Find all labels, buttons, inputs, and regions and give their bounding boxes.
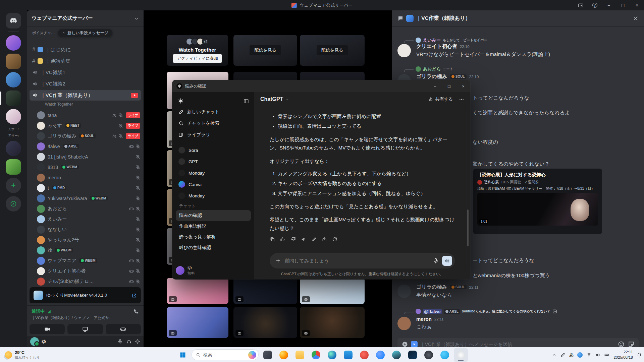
voice-member-row[interactable]: meron <box>27 172 144 183</box>
channel-hajimeni[interactable]: ｜はじめに <box>30 44 141 55</box>
volume-icon[interactable] <box>595 352 601 358</box>
server-icon-3[interactable] <box>6 72 21 87</box>
chatgpt-titlebar[interactable]: 悩みの確認 − □ × <box>172 80 470 92</box>
voice-member-row[interactable]: えいみー <box>27 214 144 224</box>
screenshare-button[interactable] <box>67 324 103 334</box>
firefox-icon[interactable] <box>277 348 291 362</box>
discord-home-button[interactable] <box>6 13 21 28</box>
voice-member-row[interactable]: !falwe ARSL <box>27 141 144 152</box>
edge-icon[interactable] <box>325 348 339 362</box>
chat-history-item[interactable]: 作曲用語解説 <box>176 221 251 232</box>
battery-icon[interactable] <box>604 352 610 358</box>
server-icon-2[interactable] <box>6 54 21 69</box>
mic-icon[interactable] <box>117 339 123 344</box>
add-server-button[interactable] <box>6 178 21 193</box>
voice-member-row[interactable]: tana ライブ <box>27 110 144 120</box>
taskbar-search[interactable]: 検索 <box>192 349 259 360</box>
dictate-mic-icon[interactable] <box>433 258 439 264</box>
sticker-icon[interactable] <box>628 341 635 347</box>
message-author[interactable]: ゴリラの極み <box>416 284 447 290</box>
photoshop-icon[interactable] <box>406 348 420 362</box>
new-chat-button[interactable]: 新しいチャット <box>176 106 251 118</box>
settings-gear-icon[interactable] <box>135 339 140 344</box>
sidebar-app-item[interactable]: Monday <box>176 190 251 201</box>
help-button[interactable]: ? <box>588 0 602 10</box>
voice-mode-button[interactable] <box>442 256 452 266</box>
notification-center-icon[interactable] <box>637 352 642 358</box>
headphones-icon[interactable] <box>126 339 131 344</box>
scrollbar-thumb[interactable] <box>467 209 469 246</box>
user-avatar[interactable] <box>30 337 39 346</box>
join-activity-button[interactable]: アクティビティに参加 <box>173 54 222 63</box>
steam-icon[interactable] <box>389 348 404 362</box>
image-thumbnail[interactable] <box>167 307 228 338</box>
server-header[interactable]: ウェブマニア公式サーバー <box>27 10 144 26</box>
reply-context[interactable]: えいみー もしかして ビートセイバー <box>392 37 639 43</box>
wifi-icon[interactable] <box>586 352 592 358</box>
read-aloud-icon[interactable] <box>301 237 306 242</box>
avatar[interactable] <box>397 285 411 298</box>
model-selector[interactable]: ChatGPT <box>260 96 289 102</box>
voice-member-row[interactable]: やっちゃん2号 <box>27 235 144 245</box>
stream-preview-card[interactable]: 配信を見る <box>300 35 365 66</box>
share-button[interactable]: 共有する <box>428 96 453 102</box>
watch-together-card[interactable]: +2 Watch Together アクティビティに参加 <box>167 35 228 66</box>
voice-member-row[interactable]: みそす NEET ライブ <box>27 120 144 131</box>
close-button[interactable]: × <box>456 80 470 92</box>
server-icon-7[interactable] <box>6 159 21 175</box>
server-icon-6[interactable] <box>6 141 21 156</box>
explore-servers-button[interactable] <box>6 196 21 212</box>
sidebar-app-item[interactable]: GPT <box>176 156 251 167</box>
explorer-folder-icon[interactable] <box>293 348 307 362</box>
more-options-icon[interactable] <box>459 97 464 102</box>
share-response-icon[interactable] <box>322 237 327 242</box>
channel-vc-sagyo-selected[interactable]: ｜VC作業（雑談あり） <box>30 90 141 101</box>
voice-member-row[interactable]: ゴリラの極み SOUL ライブ <box>27 131 144 141</box>
voice-member-row[interactable]: ななしい <box>27 224 144 235</box>
voice-member-row[interactable]: 01 [Ishw] ShabeleA <box>27 152 144 162</box>
server-icon-5[interactable] <box>6 109 21 124</box>
maximize-button[interactable]: □ <box>616 0 630 10</box>
sidebar-app-item[interactable]: Monday <box>176 167 251 179</box>
embed-channel[interactable]: 恐怖心展 <box>484 180 499 185</box>
chrome-icon[interactable] <box>309 348 323 362</box>
server-folder-label[interactable]: 刀サー! <box>3 134 24 138</box>
messenger-icon[interactable] <box>373 348 387 362</box>
voice-member-row[interactable]: Yukiwara/Yukiwara WEBM <box>27 193 144 203</box>
obs-icon[interactable] <box>422 348 436 362</box>
disconnect-call-button[interactable] <box>133 308 139 315</box>
mouse-utility-icon[interactable] <box>577 352 583 358</box>
attach-plus-icon[interactable] <box>275 258 281 264</box>
youtube-embed[interactable]: 【恐怖心展】人形に対する恐怖心 恐怖心展 1015 回視聴・2 週間前 場所：渋… <box>473 169 602 234</box>
image-thumbnail[interactable] <box>233 278 297 304</box>
chat-history-item[interactable]: 悩みの確認 <box>176 210 251 221</box>
avatar[interactable] <box>397 44 411 57</box>
moviemaker-notification[interactable]: ゆっくりMovieMaker v4.43.1.0 <box>30 287 141 303</box>
tray-chevron-up-icon[interactable] <box>552 353 556 357</box>
store-icon[interactable] <box>341 348 355 362</box>
task-view-icon[interactable] <box>261 348 275 362</box>
server-icon-1[interactable] <box>6 35 21 51</box>
new-unread-messages-pill[interactable]: 新しい未読メッセージ <box>58 29 112 37</box>
stream-preview-card[interactable]: 配信を見る <box>233 35 297 66</box>
minimize-button[interactable]: − <box>428 80 442 92</box>
message-author[interactable]: クリエイト初心者 <box>416 43 457 50</box>
attach-plus-icon[interactable] <box>401 341 408 347</box>
edit-icon[interactable] <box>311 237 317 242</box>
reply-context[interactable]: あおどら ニート <box>392 66 639 72</box>
popout-icon[interactable] <box>131 292 137 298</box>
collapse-sidebar-icon[interactable] <box>244 98 249 104</box>
close-button[interactable]: × <box>630 0 644 10</box>
voice-member-row[interactable]: あおどら <box>27 203 144 214</box>
server-folder-label[interactable]: 刀サー! <box>3 127 24 131</box>
channel-tsuwabosyu[interactable]: ｜通話募集 <box>30 56 141 66</box>
reply-context[interactable]: @!falwe ARSL youtubeくんさぁ、急に驚かしてくるのやめてくれな… <box>392 309 639 314</box>
maximize-button[interactable]: □ <box>442 80 456 92</box>
image-thumbnail[interactable] <box>167 278 228 304</box>
chat-history-item[interactable]: 酔っ夜っ良ぅ解析 <box>176 232 251 242</box>
voice-member-row[interactable]: t PMD <box>27 183 144 193</box>
thumbs-down-icon[interactable] <box>290 237 296 242</box>
embed-title[interactable]: 【恐怖心展】人形に対する恐怖心 <box>477 172 598 178</box>
thumbs-up-icon[interactable] <box>280 237 285 242</box>
server-icon-webmania-selected[interactable] <box>6 90 21 106</box>
